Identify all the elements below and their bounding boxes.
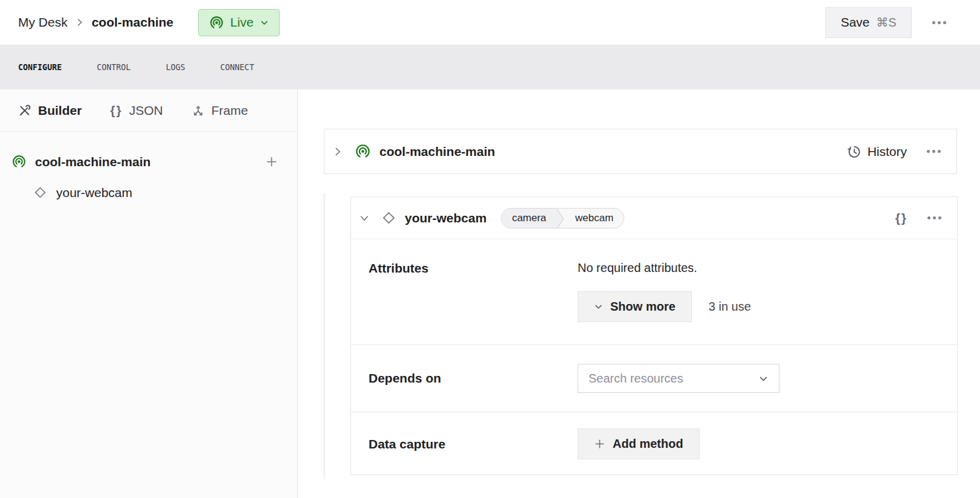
resource-card-title: your-webcam xyxy=(405,211,486,225)
breadcrumb-current: cool-machine xyxy=(92,15,173,30)
resource-card-header: your-webcam camera webcam {} xyxy=(351,197,957,239)
ellipsis-icon xyxy=(932,21,935,24)
frame-icon xyxy=(192,104,205,117)
machine-part-icon xyxy=(355,143,371,160)
braces-icon: {} xyxy=(895,211,907,225)
resource-api-label: camera xyxy=(501,209,556,228)
depends-on-section: Depends on Search resources xyxy=(351,345,957,412)
depends-on-label: Depends on xyxy=(369,371,578,386)
online-icon xyxy=(209,15,224,30)
ellipsis-icon xyxy=(927,150,930,153)
part-card-actions: History xyxy=(846,144,941,160)
config-main: cool-machine-main History xyxy=(298,89,980,498)
tools-icon xyxy=(18,104,31,117)
attributes-in-use-count: 3 in use xyxy=(709,300,751,314)
resource-tree: cool-machine-main your-webcam xyxy=(0,132,297,207)
braces-icon: {} xyxy=(110,103,122,118)
view-tab-builder-label: Builder xyxy=(38,103,82,118)
breadcrumb-parent[interactable]: My Desk xyxy=(18,15,68,30)
plus-icon xyxy=(265,155,278,168)
tree-item-cool-machine-main[interactable]: cool-machine-main xyxy=(0,147,297,176)
add-resource-button[interactable] xyxy=(265,155,278,168)
resource-card-collapse-button[interactable] xyxy=(359,213,369,223)
chevron-right-icon xyxy=(76,18,84,27)
chevron-right-icon xyxy=(333,147,343,157)
resource-card-actions: {} xyxy=(895,211,941,225)
header-actions: Save ⌘S xyxy=(825,7,962,38)
plus-icon xyxy=(594,438,605,450)
tree-item-label: your-webcam xyxy=(56,186,132,200)
chevron-down-icon xyxy=(758,373,769,384)
history-button[interactable]: History xyxy=(846,144,907,160)
depends-on-placeholder: Search resources xyxy=(588,372,683,386)
attributes-empty-text: No required attributes. xyxy=(578,261,697,275)
show-more-label: Show more xyxy=(610,300,675,314)
ellipsis-icon xyxy=(927,216,930,219)
resource-type-badge: camera webcam xyxy=(501,208,624,228)
resource-card-menu-button[interactable] xyxy=(927,216,941,219)
nesting-connector-line xyxy=(324,193,324,479)
resource-card-your-webcam: your-webcam camera webcam {} xyxy=(350,196,958,475)
resource-json-button[interactable]: {} xyxy=(895,211,907,225)
view-tab-json[interactable]: {} JSON xyxy=(110,103,163,118)
tab-control[interactable]: CONTROL xyxy=(97,63,131,72)
history-icon xyxy=(846,144,862,160)
attributes-section: Attributes No required attributes. Show … xyxy=(351,239,957,345)
resource-model-label: webcam xyxy=(565,209,624,228)
view-tab-frame-label: Frame xyxy=(211,103,248,118)
add-method-label: Add method xyxy=(613,437,683,451)
breadcrumb: My Desk cool-machine xyxy=(18,15,173,30)
app-header: My Desk cool-machine Live Save ⌘ xyxy=(0,0,980,45)
chevron-down-icon xyxy=(260,18,269,27)
part-card-title: cool-machine-main xyxy=(379,144,495,159)
view-tab-json-label: JSON xyxy=(129,103,163,118)
save-button[interactable]: Save ⌘S xyxy=(825,7,912,38)
config-view-tabs: Builder {} JSON Frame xyxy=(0,89,297,132)
tab-logs[interactable]: LOGS xyxy=(166,63,185,72)
tab-connect[interactable]: CONNECT xyxy=(221,63,254,72)
show-more-button[interactable]: Show more xyxy=(578,291,692,322)
add-method-button[interactable]: Add method xyxy=(578,428,700,459)
machine-nav-tabs: CONFIGURE CONTROL LOGS CONNECT xyxy=(0,45,980,89)
component-diamond-icon xyxy=(381,210,396,225)
part-card-expand-button[interactable] xyxy=(333,147,343,157)
chevron-down-icon xyxy=(594,302,603,311)
machine-part-icon xyxy=(11,154,27,169)
header-overflow-menu-button[interactable] xyxy=(932,21,946,24)
config-sidebar: Builder {} JSON Frame xyxy=(0,89,298,498)
tree-item-your-webcam[interactable]: your-webcam xyxy=(0,178,297,207)
chevron-down-icon xyxy=(359,213,369,223)
attributes-label: Attributes xyxy=(369,261,578,276)
part-card-menu-button[interactable] xyxy=(927,150,941,153)
machine-part-card: cool-machine-main History xyxy=(324,129,957,174)
depends-on-select[interactable]: Search resources xyxy=(578,364,779,393)
history-button-label: History xyxy=(868,144,907,159)
data-capture-section: Data capture Add method xyxy=(351,412,957,476)
machine-status-badge[interactable]: Live xyxy=(198,9,280,36)
component-diamond-icon xyxy=(33,186,47,199)
view-tab-builder[interactable]: Builder xyxy=(18,103,82,118)
save-button-label: Save xyxy=(840,15,869,30)
tree-item-label: cool-machine-main xyxy=(35,155,150,169)
machine-config-page: My Desk cool-machine Live Save ⌘ xyxy=(0,0,980,498)
tab-configure[interactable]: CONFIGURE xyxy=(18,63,62,72)
status-badge-label: Live xyxy=(230,15,254,30)
data-capture-label: Data capture xyxy=(369,437,578,451)
badge-separator-chevron xyxy=(556,209,565,228)
view-tab-frame[interactable]: Frame xyxy=(192,103,248,118)
save-shortcut-hint: ⌘S xyxy=(876,15,896,30)
